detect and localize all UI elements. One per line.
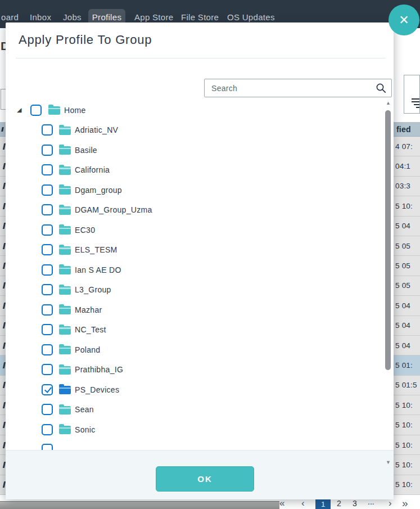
background-filter-button bbox=[404, 75, 420, 114]
search-input[interactable] bbox=[205, 79, 371, 97]
tree-item-label: California bbox=[75, 165, 110, 174]
tree-item[interactable]: Prathibha_IG bbox=[16, 360, 385, 380]
folder-icon bbox=[48, 106, 60, 115]
tab-os-updates[interactable]: OS Updates bbox=[227, 12, 275, 22]
table-row: 5 10: bbox=[394, 435, 420, 455]
pagination-page-3[interactable]: 3 bbox=[353, 499, 357, 508]
checkbox[interactable] bbox=[42, 264, 53, 276]
tab-file-store[interactable]: File Store bbox=[181, 12, 219, 22]
checkbox[interactable] bbox=[42, 224, 53, 236]
tree-item-label: Prathibha_IG bbox=[75, 365, 123, 374]
checkbox[interactable] bbox=[42, 284, 53, 295]
tree-item-clipped[interactable] bbox=[16, 440, 385, 451]
pagination-next[interactable]: › bbox=[389, 498, 392, 509]
scrollbar-thumb[interactable] bbox=[385, 110, 391, 370]
tree-item[interactable]: EC30 bbox=[16, 220, 385, 240]
modified-column-header: fied bbox=[394, 122, 420, 137]
background-table-right-sliver: fied 4 07:04:103:35 10:5 045 055 055 055… bbox=[394, 122, 420, 495]
tree-item-home[interactable]: ◢ Home bbox=[16, 100, 385, 120]
tree-item[interactable]: Basile bbox=[16, 140, 385, 160]
checkbox[interactable] bbox=[42, 204, 53, 215]
tree-item-label: Sean bbox=[75, 405, 94, 414]
tree-item[interactable]: DGAM_Group_Uzma bbox=[16, 200, 385, 220]
tab-jobs[interactable]: Jobs bbox=[63, 12, 82, 22]
checkbox-home[interactable] bbox=[30, 105, 42, 116]
checkbox[interactable] bbox=[42, 164, 53, 175]
background-table-row-edge bbox=[0, 196, 6, 216]
table-row: 5 05 bbox=[394, 256, 420, 276]
tab-inbox[interactable]: Inbox bbox=[30, 12, 51, 22]
checkbox[interactable] bbox=[42, 145, 53, 156]
tree-item-label: Adriatic_NV bbox=[75, 125, 118, 134]
folder-icon bbox=[59, 166, 71, 175]
pagination-prev[interactable]: ‹ bbox=[301, 498, 305, 509]
folder-icon bbox=[59, 426, 71, 434]
tab-dashboard[interactable]: oard bbox=[1, 12, 19, 22]
ok-button[interactable]: OK bbox=[156, 466, 254, 492]
pagination-last[interactable]: » bbox=[402, 497, 408, 509]
checkbox[interactable] bbox=[42, 424, 53, 435]
tree-item-label: NC_Test bbox=[75, 325, 106, 334]
tree-item[interactable]: Adriatic_NV bbox=[16, 120, 385, 141]
pagination-page-2[interactable]: 2 bbox=[337, 499, 341, 508]
background-table-row-edge bbox=[0, 316, 6, 336]
folder-icon bbox=[59, 406, 71, 415]
tree-item[interactable]: Ian S AE DO bbox=[16, 260, 385, 280]
background-table-row-edge bbox=[0, 276, 6, 296]
checkbox[interactable] bbox=[42, 304, 53, 316]
checkbox[interactable] bbox=[42, 404, 53, 415]
tree-item[interactable]: NC_Test bbox=[16, 320, 385, 340]
checkbox[interactable] bbox=[42, 184, 53, 196]
expand-caret-icon[interactable]: ◢ bbox=[17, 107, 24, 113]
folder-icon bbox=[59, 226, 71, 235]
checkbox[interactable] bbox=[42, 124, 53, 136]
checkbox[interactable] bbox=[42, 324, 53, 335]
folder-icon bbox=[59, 386, 71, 394]
tree-item-label: ELS_TESM bbox=[75, 245, 118, 254]
tree-item[interactable]: Mazhar bbox=[16, 300, 385, 320]
tree-item[interactable]: Poland bbox=[16, 340, 385, 360]
tree-item[interactable]: ELS_TESM bbox=[16, 240, 385, 260]
tree-item-label: Basile bbox=[75, 146, 97, 155]
background-table-row-edge bbox=[0, 156, 6, 176]
table-row: 5 04 bbox=[394, 217, 420, 236]
background-table-row-edge bbox=[0, 395, 6, 415]
background-table-row-edge bbox=[0, 296, 6, 316]
checkbox[interactable] bbox=[42, 384, 53, 395]
tree-item[interactable]: Sonic bbox=[16, 420, 385, 440]
group-tree: ◢ Home Adriatic_NV Basile California Dga… bbox=[16, 100, 385, 450]
table-row: 5 10: bbox=[394, 415, 420, 435]
tree-item[interactable]: Sean bbox=[16, 400, 385, 420]
horizontal-scrollbar[interactable] bbox=[0, 501, 279, 509]
tree-item[interactable]: PS_Devices bbox=[16, 380, 385, 400]
scroll-up-icon[interactable]: ▲ bbox=[385, 100, 392, 106]
tree-item-label: L3_Group bbox=[75, 285, 111, 294]
checkbox[interactable] bbox=[42, 444, 53, 450]
tree-item[interactable]: Dgam_group bbox=[16, 180, 385, 200]
pagination-first[interactable]: « bbox=[279, 498, 284, 509]
tab-app-store[interactable]: App Store bbox=[134, 12, 173, 22]
tree-item[interactable]: L3_Group bbox=[16, 280, 385, 300]
background-searchbox-edge bbox=[1, 89, 6, 110]
search-box bbox=[204, 79, 392, 97]
pagination-page-1-active[interactable]: 1 bbox=[315, 499, 331, 509]
tree-item[interactable]: California bbox=[16, 160, 385, 181]
tree-scrollbar: ▲ ▼ bbox=[385, 100, 392, 465]
background-table-row-edge bbox=[0, 355, 6, 375]
tree-item-label: PS_Devices bbox=[75, 385, 119, 394]
tree-item-label: Poland bbox=[75, 345, 100, 354]
modal-footer: OK bbox=[6, 450, 394, 499]
close-button[interactable]: ✕ bbox=[389, 4, 419, 35]
scroll-down-icon[interactable]: ▼ bbox=[385, 460, 392, 465]
tree-item-label: Dgam_group bbox=[75, 186, 122, 195]
background-table-row-edge bbox=[0, 475, 6, 495]
checkbox[interactable] bbox=[42, 344, 53, 355]
folder-icon bbox=[59, 127, 71, 135]
tree-item-label: Sonic bbox=[75, 425, 96, 434]
background-table-row-edge bbox=[0, 137, 6, 156]
checkbox[interactable] bbox=[42, 364, 53, 375]
background-table-row-edge bbox=[0, 236, 6, 256]
checkbox[interactable] bbox=[42, 244, 53, 255]
search-icon[interactable] bbox=[376, 83, 387, 94]
background-table-row-edge bbox=[0, 256, 6, 276]
